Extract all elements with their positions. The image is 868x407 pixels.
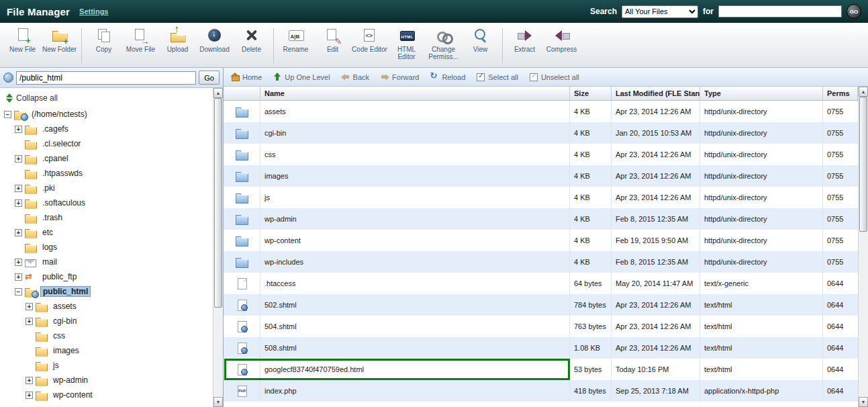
tree-scroll-up-icon[interactable]: ▲ xyxy=(213,88,223,98)
type-column-header[interactable]: Type xyxy=(700,87,823,100)
tree-item[interactable]: .cagefs xyxy=(4,122,213,136)
tree-item[interactable]: .cl.selector xyxy=(4,136,213,151)
expand-icon[interactable] xyxy=(15,229,22,236)
expand-icon[interactable] xyxy=(15,185,22,192)
file-row[interactable]: css 4 KB Apr 23, 2014 12:26 AM httpd/uni… xyxy=(224,144,858,165)
toolbar-button[interactable]: Copy xyxy=(85,26,122,53)
toolbar-button[interactable]: New File xyxy=(4,26,41,53)
tree-item[interactable]: .htpasswds xyxy=(4,166,213,181)
size-column-header[interactable]: Size xyxy=(570,87,612,100)
tree-item[interactable]: (/home/nctests) xyxy=(4,107,213,122)
file-row[interactable]: wp-content 4 KB Feb 19, 2015 9:50 AM htt… xyxy=(224,230,858,251)
file-row[interactable]: 508.shtml 1.08 KB Apr 23, 2014 12:26 AM … xyxy=(224,337,858,359)
expand-icon[interactable] xyxy=(15,259,22,266)
toolbar-button[interactable]: Download xyxy=(196,26,233,53)
file-row[interactable]: wp-includes 4 KB Feb 8, 2015 12:35 AM ht… xyxy=(224,251,858,273)
tree-item[interactable]: js xyxy=(4,358,213,373)
path-input[interactable] xyxy=(16,71,196,85)
expand-icon[interactable] xyxy=(15,126,22,133)
nav-link[interactable]: Forward xyxy=(380,73,419,81)
search-input[interactable] xyxy=(718,5,842,17)
file-row[interactable]: assets 4 KB Apr 23, 2014 12:26 AM httpd/… xyxy=(224,101,858,122)
expand-icon[interactable] xyxy=(26,392,33,399)
list-scroll-down-icon[interactable]: ▼ xyxy=(859,397,868,407)
tree-item[interactable]: assets xyxy=(4,299,213,314)
file-row[interactable]: wp-admin 4 KB Feb 8, 2015 12:35 AM httpd… xyxy=(224,208,858,230)
file-row[interactable]: cgi-bin 4 KB Jan 20, 2015 10:53 AM httpd… xyxy=(224,122,858,144)
name-column-header[interactable]: Name xyxy=(260,87,570,100)
expand-icon[interactable] xyxy=(26,303,33,310)
file-name[interactable]: images xyxy=(260,165,570,187)
tree-item[interactable]: etc xyxy=(4,225,213,240)
nav-link[interactable]: Home xyxy=(230,73,262,81)
file-row[interactable]: 502.shtml 784 bytes Apr 23, 2014 12:26 A… xyxy=(224,294,858,316)
file-row[interactable]: index.php 418 bytes Sep 25, 2013 7:18 AM… xyxy=(224,380,858,402)
file-name[interactable]: 502.shtml xyxy=(260,294,570,316)
search-scope-select[interactable]: All Your Files xyxy=(622,5,698,18)
tree-item[interactable]: .trash xyxy=(4,210,213,225)
file-name[interactable]: wp-includes xyxy=(260,251,570,273)
list-scroll-up-icon[interactable]: ▲ xyxy=(859,87,868,97)
tree-item[interactable]: images xyxy=(4,343,213,358)
file-name[interactable]: cgi-bin xyxy=(260,122,570,144)
file-name[interactable]: css xyxy=(260,144,570,165)
toolbar-button[interactable]: Extract xyxy=(506,26,543,53)
collapse-icon[interactable] xyxy=(4,111,11,118)
file-name[interactable]: .htaccess xyxy=(260,273,570,294)
perms-column-header[interactable]: Perms xyxy=(823,87,858,100)
nav-link[interactable]: Reload xyxy=(430,73,465,81)
toolbar-button[interactable]: Delete xyxy=(233,26,270,53)
tree-item[interactable]: wp-content xyxy=(4,388,213,402)
tree-item[interactable]: public_html xyxy=(4,284,213,299)
modified-column-header[interactable]: Last Modified (FLE Stand xyxy=(612,87,700,100)
expand-icon[interactable] xyxy=(26,377,33,384)
tree-item[interactable]: .softaculous xyxy=(4,195,213,210)
tree-item[interactable]: .cpanel xyxy=(4,151,213,166)
toolbar-button[interactable]: New Folder xyxy=(41,26,78,53)
settings-link[interactable]: Settings xyxy=(79,7,108,15)
tree-item[interactable]: public_ftp xyxy=(4,269,213,284)
toolbar-button[interactable]: Code Editor xyxy=(351,26,388,53)
toolbar-button[interactable]: View xyxy=(462,26,499,53)
tree-item[interactable]: mail xyxy=(4,255,213,269)
toolbar-button[interactable]: Compress xyxy=(543,26,580,53)
list-scroll-thumb[interactable] xyxy=(859,97,867,232)
file-row[interactable]: images 4 KB Apr 23, 2014 12:26 AM httpd/… xyxy=(224,165,858,187)
file-name[interactable]: 504.shtml xyxy=(260,316,570,337)
toolbar-button[interactable]: Move File xyxy=(122,26,159,53)
file-name[interactable]: 508.shtml xyxy=(260,337,570,359)
list-scroll-track[interactable] xyxy=(859,97,868,397)
file-name[interactable]: wp-content xyxy=(260,230,570,251)
file-row[interactable]: .htaccess 64 bytes May 20, 2014 11:47 AM… xyxy=(224,273,858,294)
file-row[interactable]: googlecf83740f470759ed.html 53 bytes Tod… xyxy=(224,359,858,380)
toolbar-button[interactable]: HTML Editor xyxy=(388,26,425,60)
path-go-button[interactable]: Go xyxy=(199,71,220,85)
tree-item[interactable]: .pki xyxy=(4,181,213,195)
collapse-icon[interactable] xyxy=(15,288,22,296)
tree-item[interactable]: cgi-bin xyxy=(4,314,213,328)
tree-item[interactable]: logs xyxy=(4,240,213,255)
collapse-all-link[interactable]: Collapse all xyxy=(5,93,213,103)
tree-scroll-down-icon[interactable]: ▼ xyxy=(213,397,223,407)
tree-item[interactable]: wp-admin xyxy=(4,373,213,388)
toolbar-button[interactable]: Edit xyxy=(314,26,351,53)
expand-icon[interactable] xyxy=(26,318,33,325)
tree-scroll-track[interactable] xyxy=(213,98,223,397)
expand-icon[interactable] xyxy=(15,155,22,163)
file-name[interactable]: googlecf83740f470759ed.html xyxy=(260,359,570,380)
file-name[interactable]: js xyxy=(260,187,570,208)
file-row[interactable]: 504.shtml 763 bytes Apr 23, 2014 12:26 A… xyxy=(224,316,858,337)
list-scrollbar[interactable]: ▲ ▼ xyxy=(858,87,868,407)
tree-scrollbar[interactable]: ▲ ▼ xyxy=(213,88,223,407)
toolbar-button[interactable]: Rename xyxy=(277,26,314,53)
nav-link[interactable]: Back xyxy=(341,73,369,81)
nav-link[interactable]: Unselect all xyxy=(529,73,579,81)
tree-item[interactable]: css xyxy=(4,328,213,343)
expand-icon[interactable] xyxy=(15,273,22,281)
toolbar-button[interactable]: Upload xyxy=(159,26,196,53)
file-name[interactable]: wp-admin xyxy=(260,208,570,230)
file-name[interactable]: assets xyxy=(260,101,570,122)
search-go-button[interactable]: GO xyxy=(847,4,861,19)
tree-scroll-thumb[interactable] xyxy=(214,98,222,308)
nav-link[interactable]: Up One Level xyxy=(273,73,330,81)
